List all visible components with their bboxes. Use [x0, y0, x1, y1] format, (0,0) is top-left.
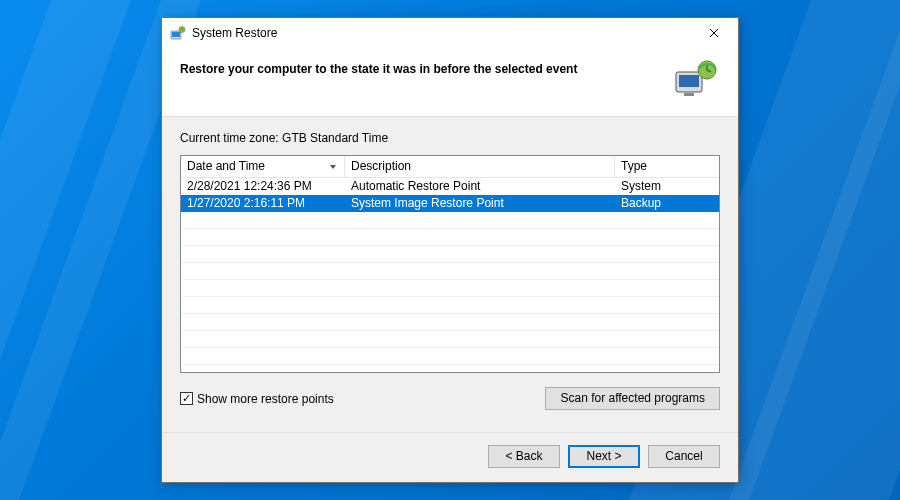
timezone-label: Current time zone: GTB Standard Time — [180, 131, 720, 145]
checkbox-label: Show more restore points — [197, 392, 334, 406]
restore-points-grid[interactable]: Date and Time Description Type 2/28/2021… — [180, 155, 720, 373]
cell-type: System — [615, 178, 719, 195]
grid-header: Date and Time Description Type — [181, 156, 719, 178]
dialog-content: Current time zone: GTB Standard Time Dat… — [162, 116, 738, 432]
table-row[interactable]: 1/27/2020 2:16:11 PM System Image Restor… — [181, 195, 719, 212]
column-header-description[interactable]: Description — [345, 156, 615, 177]
cell-date: 1/27/2020 2:16:11 PM — [181, 195, 345, 212]
column-header-type[interactable]: Type — [615, 156, 719, 177]
grid-footer-row: ✓ Show more restore points Scan for affe… — [180, 387, 720, 410]
dialog-footer: < Back Next > Cancel — [162, 432, 738, 482]
scan-affected-button[interactable]: Scan for affected programs — [545, 387, 720, 410]
titlebar: System Restore — [162, 18, 738, 48]
svg-rect-1 — [172, 32, 180, 37]
close-button[interactable] — [691, 19, 736, 47]
cancel-button[interactable]: Cancel — [648, 445, 720, 468]
column-header-date[interactable]: Date and Time — [181, 156, 345, 177]
check-icon: ✓ — [182, 393, 191, 404]
svg-rect-4 — [679, 75, 699, 87]
cell-date: 2/28/2021 12:24:36 PM — [181, 178, 345, 195]
grid-empty-area — [181, 212, 719, 365]
dialog-header: Restore your computer to the state it wa… — [162, 48, 738, 116]
show-more-checkbox[interactable]: ✓ Show more restore points — [180, 392, 334, 406]
next-button[interactable]: Next > — [568, 445, 640, 468]
cell-description: System Image Restore Point — [345, 195, 615, 212]
system-restore-dialog: System Restore Restore your computer to … — [161, 17, 739, 483]
restore-icon — [672, 58, 720, 98]
grid-body: 2/28/2021 12:24:36 PM Automatic Restore … — [181, 178, 719, 365]
window-title: System Restore — [192, 26, 277, 40]
app-icon — [170, 25, 186, 41]
checkbox-box: ✓ — [180, 392, 193, 405]
svg-rect-5 — [684, 93, 694, 96]
back-button[interactable]: < Back — [488, 445, 560, 468]
close-icon — [709, 28, 719, 38]
table-row[interactable]: 2/28/2021 12:24:36 PM Automatic Restore … — [181, 178, 719, 195]
page-title: Restore your computer to the state it wa… — [180, 58, 672, 76]
cell-description: Automatic Restore Point — [345, 178, 615, 195]
cell-type: Backup — [615, 195, 719, 212]
